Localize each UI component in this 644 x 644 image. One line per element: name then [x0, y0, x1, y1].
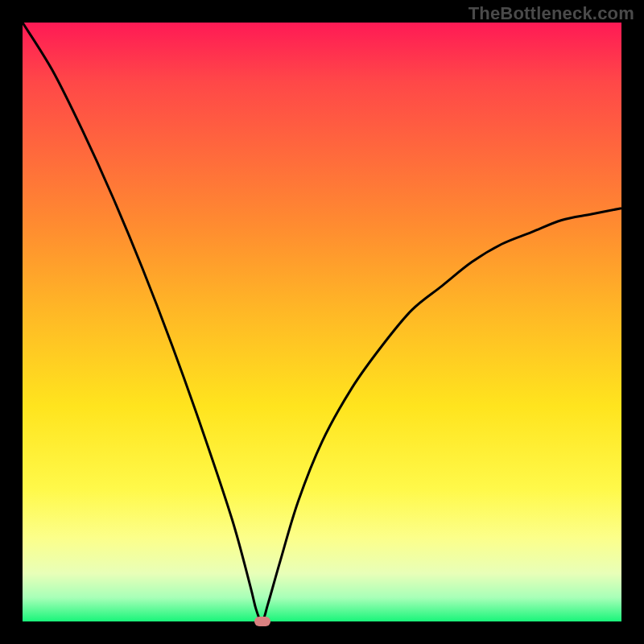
watermark-text: TheBottleneck.com [469, 3, 634, 24]
bottleneck-curve [23, 23, 621, 621]
curve-svg [23, 23, 621, 621]
chart-frame: TheBottleneck.com [0, 0, 644, 644]
chart-plot-area [23, 23, 621, 621]
optimum-marker [254, 617, 270, 626]
